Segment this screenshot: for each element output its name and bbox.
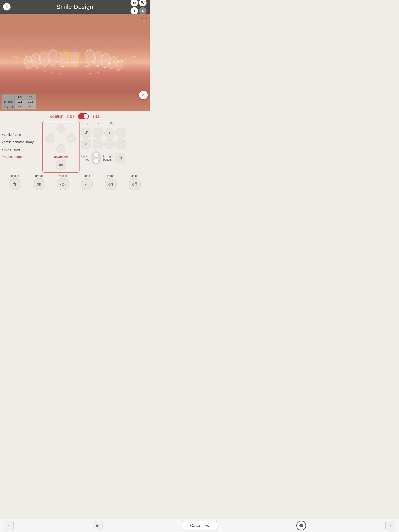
expand-arrow-br: ↘ bbox=[144, 21, 147, 25]
table-w-label: W (mm) bbox=[2, 104, 15, 109]
expand-button[interactable]: ↖ ↗ ↙ ↘ bbox=[141, 16, 147, 25]
group-label: group bbox=[35, 174, 43, 177]
expand-arrow-bl: ↙ bbox=[141, 21, 144, 25]
dpad-right[interactable]: → bbox=[67, 134, 76, 143]
updown-icon: ↕ bbox=[83, 121, 93, 126]
group-value: off bbox=[37, 182, 41, 187]
color-value: off bbox=[132, 182, 137, 187]
corner-toggle-left[interactable] bbox=[91, 151, 101, 165]
controls-area: position r & l size • smile frame • smil… bbox=[0, 111, 150, 193]
table-h-lc: 10.5 bbox=[15, 100, 25, 104]
header-right: ⊡ W ⬇ ▶ bbox=[130, 0, 147, 15]
undo-button[interactable]: ↩ bbox=[81, 178, 93, 190]
header: ☰ Smile Design ⊡ W ⬇ ▶ bbox=[0, 0, 150, 14]
rl-toggle[interactable] bbox=[78, 113, 89, 119]
corner-right-labels: top right bottom bbox=[103, 155, 113, 161]
rotate-ccw-button[interactable]: ↺ bbox=[81, 128, 91, 138]
reflect-button[interactable]: ◁▷ bbox=[57, 178, 69, 190]
size-minus-v-button[interactable]: − bbox=[93, 139, 103, 149]
cross-button[interactable]: ⊞ bbox=[115, 153, 125, 163]
top-right-label: top right bbox=[103, 155, 113, 158]
size-minus-both-button[interactable]: − bbox=[116, 139, 126, 149]
frame-label: frame bbox=[107, 174, 114, 177]
toggle-knob bbox=[84, 114, 88, 119]
close-button[interactable]: ✕ bbox=[139, 91, 148, 99]
table-lc-header: LC bbox=[15, 95, 25, 100]
svg-rect-6 bbox=[64, 51, 66, 54]
left-menu: • smile frame • smile donator library • … bbox=[2, 121, 41, 159]
top-label: top bbox=[81, 158, 89, 161]
move-icon: ⊕ bbox=[106, 121, 116, 126]
teeth-overlay bbox=[7, 43, 142, 87]
w-button[interactable]: W bbox=[139, 0, 147, 6]
size-label: size bbox=[93, 114, 100, 119]
size-plus-both-button[interactable]: ＋ bbox=[116, 128, 126, 138]
delete-button[interactable]: 🗑 bbox=[9, 178, 21, 190]
svg-rect-5 bbox=[69, 52, 79, 67]
rl-label: r & l bbox=[67, 114, 74, 119]
menu-button[interactable]: ☰ bbox=[3, 3, 11, 11]
advanced-on-button[interactable]: on bbox=[56, 160, 66, 170]
header-left: ☰ bbox=[3, 3, 11, 11]
frame-value: on bbox=[108, 182, 113, 187]
frame-item: frame on bbox=[105, 174, 117, 190]
menu-item-smile-donator[interactable]: • smile donator library bbox=[2, 140, 41, 144]
svg-rect-4 bbox=[59, 52, 69, 67]
frame-button[interactable]: on bbox=[105, 178, 117, 190]
reflect-item: reflect ◁▷ bbox=[57, 174, 69, 190]
table-h-rc: 10.5 bbox=[25, 100, 36, 104]
header-btn-row-top: ⊡ W bbox=[130, 0, 147, 6]
dpad-left[interactable]: ← bbox=[46, 134, 55, 143]
delete-label: delete bbox=[11, 174, 19, 177]
undo-item: undo ↩ bbox=[81, 174, 93, 190]
main-controls: • smile frame • smile donator library • … bbox=[2, 121, 148, 172]
dpad: ↑ ← → ↓ bbox=[46, 124, 76, 154]
menu-item-mix-shapes[interactable]: • mix shapes bbox=[2, 148, 41, 152]
corner-knob-bottom bbox=[94, 159, 98, 163]
size-minus-h-button[interactable]: − bbox=[104, 139, 115, 149]
svg-point-3 bbox=[48, 50, 58, 66]
table-rc-header: RC bbox=[25, 95, 36, 100]
size-plus-h-button[interactable]: ＋ bbox=[104, 128, 115, 138]
dpad-down[interactable]: ↓ bbox=[57, 144, 65, 153]
size-controls: ↕ ↔ ⊕ ↺ ＋ ＋ ＋ ↻ − − − top left bbox=[81, 121, 148, 165]
smile-image-area: ↖ ↗ ↙ ↘ ✕ LC RC H (mm) 10.5 10.5 W (mm) … bbox=[0, 14, 150, 111]
corner-controls: top left top top right bottom ⊞ bbox=[81, 151, 148, 165]
action-bar: delete 🗑 group off reflect ◁▷ undo ↩ fra… bbox=[2, 172, 148, 191]
color-item: color off bbox=[129, 174, 141, 190]
group-item: group off bbox=[33, 174, 45, 190]
corner-left-labels: top left top bbox=[81, 155, 89, 161]
size-icons-row: ↕ ↔ ⊕ bbox=[81, 121, 148, 126]
size-minus-row: ↻ − − − bbox=[81, 139, 148, 149]
leftright-icon: ↔ bbox=[94, 121, 104, 126]
expand-arrow-tr: ↗ bbox=[144, 16, 147, 20]
dpad-up[interactable]: ↑ bbox=[57, 124, 65, 133]
color-label: color bbox=[131, 174, 138, 177]
table-empty-cell bbox=[2, 95, 15, 100]
table-h-label: H (mm) bbox=[2, 100, 15, 104]
delete-item: delete 🗑 bbox=[9, 174, 21, 190]
table-w-rc: 8.4 bbox=[25, 104, 36, 109]
bottom-label: bottom bbox=[103, 158, 113, 161]
square-button[interactable]: ⊡ bbox=[130, 0, 138, 6]
advanced-label: advanced bbox=[54, 155, 68, 159]
size-plus-row: ↺ ＋ ＋ ＋ bbox=[81, 128, 148, 138]
app-title: Smile Design bbox=[57, 4, 93, 10]
top-controls-row: position r & l size bbox=[2, 113, 148, 119]
rotate-cw-button[interactable]: ↻ bbox=[81, 139, 91, 149]
table-w-lc: 8.4 bbox=[15, 104, 25, 109]
position-label: position bbox=[50, 114, 63, 119]
reflect-label: reflect bbox=[59, 174, 67, 177]
corner-knob-top bbox=[94, 153, 98, 157]
menu-item-adjust-shapes[interactable]: • adjust shapes bbox=[2, 155, 41, 159]
measurement-table: LC RC H (mm) 10.5 10.5 W (mm) 8.4 8.4 bbox=[2, 95, 36, 109]
top-left-label: top left bbox=[81, 155, 89, 158]
group-button[interactable]: off bbox=[33, 178, 45, 190]
size-plus-v-button[interactable]: ＋ bbox=[93, 128, 103, 138]
color-button[interactable]: off bbox=[129, 178, 141, 190]
menu-item-smile-frame[interactable]: • smile frame bbox=[2, 133, 41, 137]
position-box: ↑ ← → ↓ advanced on bbox=[42, 121, 79, 172]
expand-arrow-tl: ↖ bbox=[141, 16, 144, 20]
undo-label: undo bbox=[84, 174, 90, 177]
